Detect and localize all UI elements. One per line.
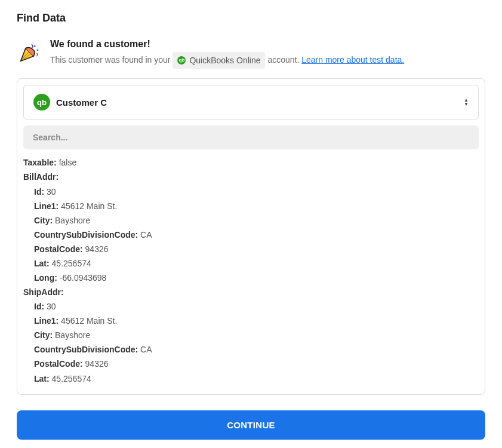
- page-title: Find Data: [17, 12, 485, 24]
- party-popper-icon: [17, 41, 41, 65]
- field-key: Id:: [34, 302, 44, 311]
- field-key: City:: [34, 216, 53, 225]
- sort-caret-icon: ▲▼: [464, 99, 469, 106]
- field-key: CountrySubDivisionCode:: [34, 230, 138, 240]
- data-field: CountrySubDivisionCode: CA: [23, 228, 476, 242]
- data-field: Taxable: false: [23, 155, 476, 170]
- field-value: false: [57, 158, 76, 167]
- found-header: We found a customer! This customer was f…: [17, 39, 485, 69]
- field-key: ShipAddr:: [23, 287, 64, 297]
- found-subtext-suffix: account.: [267, 55, 301, 65]
- field-value: CA: [138, 345, 152, 354]
- data-field: City: Bayshore: [23, 213, 476, 228]
- field-key: PostalCode:: [34, 244, 83, 254]
- field-value: -66.0943698: [57, 273, 107, 283]
- data-field: Line1: 45612 Main St.: [23, 199, 476, 213]
- continue-button[interactable]: CONTINUE: [17, 410, 485, 440]
- data-field: Id: 30: [23, 185, 476, 199]
- field-key: Id:: [34, 187, 44, 197]
- field-value: CA: [138, 230, 152, 240]
- field-key: CountrySubDivisionCode:: [34, 345, 138, 354]
- quickbooks-icon: qb: [33, 94, 50, 111]
- data-section-header: ShipAddr:: [23, 285, 476, 299]
- field-value: Bayshore: [53, 216, 90, 225]
- field-key: Long:: [34, 273, 57, 283]
- field-key: Line1:: [34, 316, 58, 326]
- found-heading: We found a customer!: [50, 39, 485, 50]
- field-value: -66.0943698: [57, 388, 107, 389]
- field-value: 45612 Main St.: [58, 201, 117, 211]
- field-value: 45612 Main St.: [58, 316, 117, 326]
- data-field: Long: -66.0943698: [23, 271, 476, 285]
- field-value: 30: [44, 187, 56, 197]
- field-key: Taxable:: [23, 158, 57, 167]
- data-field: Long: -66.0943698: [23, 386, 476, 389]
- found-subtext-prefix: This customer was found in your: [50, 55, 173, 65]
- data-field: CountrySubDivisionCode: CA: [23, 342, 476, 357]
- field-value: 94326: [83, 244, 109, 254]
- data-panel[interactable]: Taxable: falseBillAddr:Id: 30Line1: 4561…: [23, 155, 479, 388]
- field-key: Long:: [34, 388, 57, 389]
- data-field: Id: 30: [23, 299, 476, 314]
- field-key: City:: [34, 330, 53, 340]
- data-field: Lat: 45.256574: [23, 372, 476, 386]
- svg-point-2: [37, 50, 39, 51]
- field-value: 45.256574: [50, 374, 91, 383]
- field-value: 94326: [83, 359, 109, 369]
- learn-more-link[interactable]: Learn more about test data.: [301, 55, 404, 65]
- data-field: City: Bayshore: [23, 328, 476, 342]
- field-key: Lat:: [34, 374, 50, 383]
- data-field: PostalCode: 94326: [23, 357, 476, 371]
- search-input[interactable]: [23, 125, 479, 149]
- field-value: 30: [44, 302, 56, 311]
- data-section-header: BillAddr:: [23, 170, 476, 184]
- quickbooks-pill-label: QuickBooks Online: [189, 54, 260, 67]
- field-key: PostalCode:: [34, 359, 83, 369]
- field-value: 45.256574: [50, 259, 91, 268]
- quickbooks-mini-icon: qb: [177, 56, 186, 65]
- field-key: Line1:: [34, 201, 58, 211]
- field-value: Bayshore: [53, 330, 90, 340]
- field-key: BillAddr:: [23, 172, 58, 182]
- data-field: Line1: 45612 Main St.: [23, 314, 476, 328]
- data-field: PostalCode: 94326: [23, 242, 476, 256]
- svg-point-1: [33, 45, 35, 47]
- found-subtext: This customer was found in your qb Quick…: [50, 52, 485, 69]
- data-field: Lat: 45.256574: [23, 256, 476, 271]
- customer-selector[interactable]: qb Customer C ▲▼: [23, 85, 479, 119]
- customer-selected-label: Customer C: [56, 97, 458, 108]
- field-key: Lat:: [34, 259, 50, 268]
- quickbooks-pill: qb QuickBooks Online: [173, 52, 265, 69]
- data-card: qb Customer C ▲▼ Taxable: falseBillAddr:…: [17, 78, 485, 395]
